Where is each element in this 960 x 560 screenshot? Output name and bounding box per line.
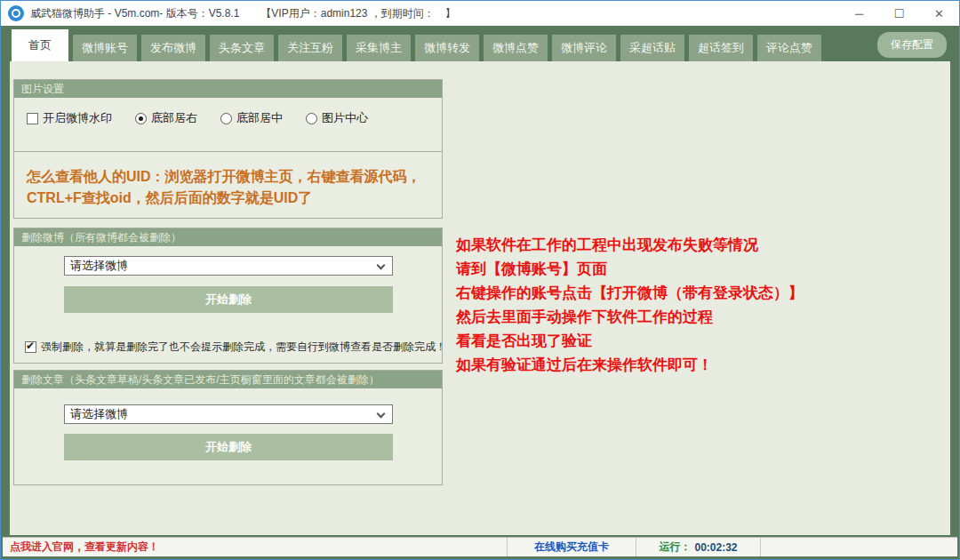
radio-icon	[220, 113, 232, 124]
window-controls: ─ ☐ ✕	[839, 1, 959, 26]
checkbox-icon	[27, 113, 38, 124]
uid-tip-text: 怎么查看他人的UID：浏览器打开微博主页，右键查看源代码， CTRL+F查找oi…	[14, 152, 442, 209]
radio-bottom-center-label: 底部居中	[236, 110, 283, 126]
tab-follow-fans[interactable]: 关注互粉	[278, 35, 342, 61]
window-title: 威武猫微博助手 - V5m.com- 版本号：V5.8.1 【VIP用户：adm…	[30, 6, 456, 21]
delete-weibo-header: 删除微博（所有微博都会被删除）	[14, 228, 442, 246]
tab-weibo-repost[interactable]: 微博转发	[415, 35, 479, 61]
radio-icon	[135, 113, 147, 124]
start-delete-weibo-button[interactable]: 开始删除	[64, 286, 393, 313]
tab-bar: 首页 微博账号 发布微博 头条文章 关注互粉 采集博主 微博转发 微博点赞 微博…	[1, 26, 959, 61]
watermark-controls-row: 开启微博水印 底部居右 底部居中 图片中心	[14, 98, 442, 152]
radio-image-center[interactable]: 图片中心	[306, 110, 368, 126]
save-config-button[interactable]: 保存配置	[877, 32, 947, 58]
close-button[interactable]: ✕	[919, 1, 959, 26]
radio-image-center-label: 图片中心	[322, 110, 368, 126]
notice-line-2: 请到【微博账号】页面	[456, 257, 804, 281]
image-settings-group: 图片设置 开启微博水印 底部居右 底部居中	[13, 79, 443, 219]
minimize-button[interactable]: ─	[839, 1, 879, 26]
tab-comment-like[interactable]: 评论点赞	[757, 35, 821, 61]
notice-line-5: 看看是否出现了验证	[456, 329, 804, 353]
radio-bottom-right-label: 底部居右	[151, 110, 197, 126]
runtime-label: 运行：	[659, 540, 691, 555]
checkbox-checked-icon	[25, 341, 36, 353]
tab-collect-bloggers[interactable]: 采集博主	[347, 35, 411, 61]
select-value: 请选择微博	[70, 406, 128, 422]
app-logo-icon	[8, 5, 24, 21]
watermark-checkbox-label: 开启微博水印	[43, 110, 112, 126]
select-value: 请选择微博	[70, 258, 128, 274]
force-delete-label: 强制删除，就算是删除完了也不会提示删除完成，需要自行到微博查看是否删除完成！	[41, 340, 446, 355]
uid-tip-line-2: CTRL+F查找oid，然后后面的数字就是UID了	[27, 188, 429, 209]
notice-line-1: 如果软件在工作的工程中出现发布失败等情况	[456, 233, 804, 257]
runtime-status: 运行： 00:02:32	[636, 538, 760, 556]
official-site-link[interactable]: 点我进入官网，查看更新内容！	[3, 538, 507, 556]
start-delete-article-button[interactable]: 开始删除	[64, 434, 393, 460]
tab-home[interactable]: 首页	[12, 29, 68, 61]
buy-card-link[interactable]: 在线购买充值卡	[507, 538, 636, 556]
failure-notice: 如果软件在工作的工程中出现发布失败等情况 请到【微博账号】页面 右键操作的账号点…	[456, 233, 804, 377]
main-content: 图片设置 开启微博水印 底部居右 底部居中	[10, 61, 950, 535]
chevron-down-icon	[377, 410, 386, 419]
radio-bottom-center[interactable]: 底部居中	[220, 110, 283, 126]
uid-tip-line-1: 怎么查看他人的UID：浏览器打开微博主页，右键查看源代码，	[27, 166, 429, 188]
watermark-checkbox[interactable]: 开启微博水印	[27, 110, 112, 126]
notice-line-4: 然后去里面手动操作下软件工作的过程	[456, 305, 804, 329]
chevron-down-icon	[377, 261, 386, 270]
tab-toutiao-articles[interactable]: 头条文章	[210, 35, 274, 61]
redacted-status-area	[760, 538, 957, 556]
redacted-blur	[781, 541, 937, 553]
delete-article-header: 删除文章（头条文章草稿/头条文章已发布/主页橱窗里面的文章都会被删除）	[14, 371, 442, 388]
force-delete-checkbox[interactable]: 强制删除，就算是删除完了也不会提示删除完成，需要自行到微博查看是否删除完成！	[25, 340, 446, 355]
tab-collect-supertopic-posts[interactable]: 采超话贴	[620, 35, 684, 61]
tab-supertopic-checkin[interactable]: 超话签到	[689, 35, 753, 61]
delete-weibo-account-select[interactable]: 请选择微博	[64, 256, 393, 276]
tab-weibo-accounts[interactable]: 微博账号	[73, 35, 137, 61]
radio-bottom-right[interactable]: 底部居右	[135, 110, 197, 126]
delete-weibo-group: 删除微博（所有微博都会被删除） 请选择微博 开始删除 强制删除，就算是删除完了也…	[13, 228, 443, 364]
delete-article-group: 删除文章（头条文章草稿/头条文章已发布/主页橱窗里面的文章都会被删除） 请选择微…	[13, 370, 443, 485]
app-window: 威武猫微博助手 - V5m.com- 版本号：V5.8.1 【VIP用户：adm…	[0, 0, 960, 560]
maximize-button[interactable]: ☐	[879, 1, 919, 26]
titlebar: 威武猫微博助手 - V5m.com- 版本号：V5.8.1 【VIP用户：adm…	[1, 1, 959, 26]
notice-line-6: 如果有验证通过后在来操作软件即可！	[456, 353, 804, 377]
notice-line-3: 右键操作的账号点击【打开微博（带有登录状态）】	[456, 281, 804, 305]
tab-publish-weibo[interactable]: 发布微博	[141, 35, 205, 61]
delete-article-account-select[interactable]: 请选择微博	[64, 404, 393, 424]
image-settings-header: 图片设置	[14, 80, 442, 98]
status-bar: 点我进入官网，查看更新内容！ 在线购买充值卡 运行： 00:02:32	[3, 537, 957, 556]
tab-weibo-like[interactable]: 微博点赞	[484, 35, 548, 61]
radio-icon	[306, 113, 317, 124]
runtime-value: 00:02:32	[694, 541, 737, 554]
tab-weibo-comment[interactable]: 微博评论	[552, 35, 616, 61]
